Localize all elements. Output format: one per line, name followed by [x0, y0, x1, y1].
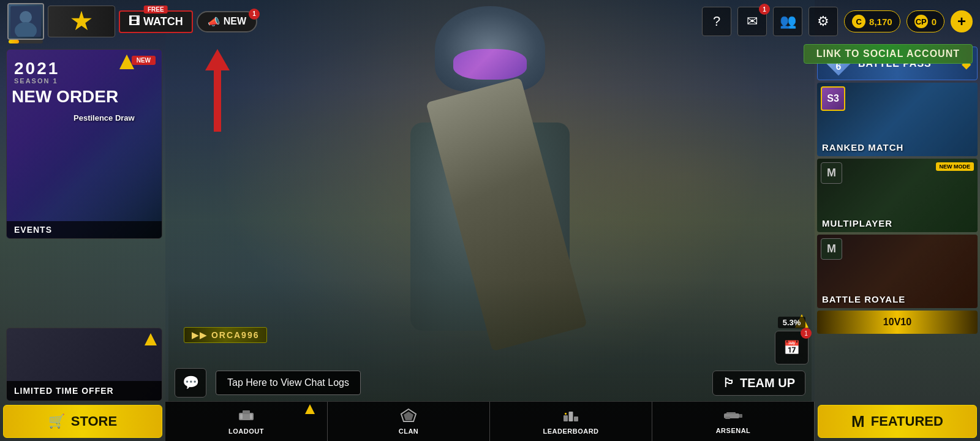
currency-c-button[interactable]: C 8,170: [844, 10, 900, 32]
envelope-icon: ✉: [747, 13, 758, 29]
watch-label: WATCH: [143, 15, 183, 28]
soldier-visor: [453, 49, 527, 80]
svg-rect-9: [564, 415, 568, 421]
svg-rect-5: [240, 414, 243, 419]
orca-sign: ▶▶ ORCA996: [184, 327, 267, 343]
chat-logs-tooltip[interactable]: Tap Here to View Chat Logs: [216, 371, 361, 395]
ranked-match-label: RANKED MATCH: [822, 142, 903, 153]
events-background: NEW 2021 SEASON 1 NEW ORDER EVENTS: [7, 50, 162, 238]
events-label: EVENTS: [7, 221, 162, 238]
people-icon: 👥: [780, 13, 796, 29]
top-bar: FREE 🎞 WATCH 📣 NEW 1 ? ✉ 1 👥 ⚙ C: [0, 0, 980, 43]
clan-label: CLAN: [399, 428, 419, 435]
player-avatar[interactable]: [7, 3, 44, 40]
offer-warning-icon: [145, 333, 157, 345]
svg-rect-16: [725, 417, 730, 419]
multiplayer-bg: M NEW MODE MULTIPLAYER: [817, 159, 978, 232]
download-percentage: 5.3%: [778, 317, 806, 328]
cart-icon: 🛒: [48, 413, 65, 429]
bp-level-display[interactable]: [48, 6, 115, 37]
chat-button[interactable]: 💬: [175, 368, 206, 398]
left-panel: NEW 2021 SEASON 1 NEW ORDER EVENTS LIMIT…: [0, 0, 165, 441]
events-title: NEW ORDER: [12, 88, 157, 107]
currency-c-symbol: C: [856, 17, 861, 26]
watch-button[interactable]: FREE 🎞 WATCH: [119, 10, 193, 33]
royale-m-icon: M: [821, 238, 842, 260]
multiplayer-label: MULTIPLAYER: [822, 218, 892, 228]
right-panel: TIER 6 BATTLE PASS ◆ S3 RANKED MATCH M N…: [815, 0, 980, 441]
svg-point-1: [20, 11, 32, 23]
free-badge: FREE: [144, 6, 168, 13]
avatar-image: [9, 4, 43, 39]
add-currency-button[interactable]: +: [951, 10, 973, 32]
team-up-label: TEAM UP: [740, 376, 795, 390]
leaderboard-label: LEADERBOARD: [543, 428, 598, 435]
chat-icon: 💬: [183, 375, 199, 391]
help-icon: ?: [713, 13, 720, 29]
mail-notification-badge: 1: [759, 4, 770, 15]
featured-button[interactable]: M FEATURED: [818, 405, 977, 438]
flag-icon: 🏳: [723, 376, 735, 390]
chat-area: 💬 Tap Here to View Chat Logs 🏳 TEAM UP: [165, 364, 815, 401]
pestilence-draw-label: Pestilence Draw: [74, 113, 135, 123]
clan-button[interactable]: CLAN: [328, 402, 490, 441]
xp-bar-container: [9, 40, 43, 43]
loadout-warning-icon: [305, 404, 315, 414]
arrow-indicator: [205, 49, 230, 132]
gear-icon: ⚙: [817, 13, 829, 29]
ranked-match-card[interactable]: S3 RANKED MATCH: [817, 83, 978, 156]
currency-c-amount: 8,170: [869, 17, 892, 27]
featured-label: FEATURED: [871, 413, 943, 429]
team-up-button[interactable]: 🏳 TEAM UP: [712, 371, 805, 396]
loadout-label: LOADOUT: [228, 428, 264, 435]
film-icon: 🎞: [129, 15, 140, 28]
svg-rect-11: [574, 417, 578, 421]
svg-marker-8: [404, 412, 413, 420]
store-button[interactable]: 🛒 STORE: [3, 405, 162, 438]
download-button[interactable]: 📅 1: [775, 331, 809, 364]
ranked-bg: S3 RANKED MATCH: [817, 83, 978, 156]
multiplayer-card[interactable]: M NEW MODE MULTIPLAYER: [817, 159, 978, 232]
social-link-banner[interactable]: LINK TO SOCIAL ACCOUNT: [804, 44, 973, 64]
currency-cp-symbol: CP: [916, 17, 927, 26]
loadout-button[interactable]: LOADOUT: [165, 402, 328, 441]
ranked-s3-badge: S3: [821, 86, 845, 111]
social-link-label: LINK TO SOCIAL ACCOUNT: [816, 48, 960, 59]
events-year: 2021: [14, 59, 59, 78]
arsenal-button[interactable]: ARSENAL: [652, 402, 815, 441]
new-notification-badge: 1: [249, 9, 260, 20]
svg-rect-6: [250, 414, 252, 419]
royale-bg: M BATTLE ROYALE: [817, 235, 978, 308]
leaderboard-button[interactable]: LEADERBOARD: [490, 402, 652, 441]
featured-m-icon: M: [851, 412, 865, 431]
currency-c-icon: C: [852, 15, 865, 28]
download-area: 5.3% 📅 1: [775, 317, 809, 364]
clan-icon: [400, 408, 417, 426]
currency-cp-button[interactable]: CP 0: [907, 10, 944, 32]
help-button[interactable]: ?: [702, 7, 731, 36]
new-label: NEW: [224, 16, 246, 27]
tenvten-label: 10v10: [883, 317, 911, 328]
xp-bar-fill: [9, 40, 19, 43]
settings-button[interactable]: ⚙: [809, 7, 838, 36]
arrow-up-icon: [205, 49, 230, 70]
download-notification-badge: 1: [801, 328, 812, 339]
chat-logs-label: Tap Here to View Chat Logs: [227, 377, 349, 388]
svg-rect-15: [739, 414, 742, 418]
events-new-badge: NEW: [132, 56, 156, 65]
events-season: SEASON 1: [14, 77, 58, 85]
events-card[interactable]: NEW 2021 SEASON 1 NEW ORDER EVENTS: [6, 49, 162, 239]
mail-button[interactable]: ✉ 1: [737, 7, 767, 36]
bottom-navigation: LOADOUT CLAN LEADERBOARD: [165, 401, 815, 441]
plus-icon: +: [957, 13, 966, 30]
limited-time-offer-card[interactable]: LIMITED TIME OFFER: [6, 328, 162, 401]
leaderboard-icon: [562, 408, 579, 426]
battle-royale-card[interactable]: M BATTLE ROYALE: [817, 235, 978, 308]
tenvten-button[interactable]: 10v10: [817, 311, 978, 334]
friends-button[interactable]: 👥: [773, 7, 802, 36]
limited-offer-label: LIMITED TIME OFFER: [7, 381, 162, 401]
top-right-actions: ? ✉ 1 👥 ⚙ C 8,170 CP 0: [702, 7, 973, 36]
new-button[interactable]: 📣 NEW 1: [197, 11, 257, 32]
currency-cp-icon: CP: [914, 15, 928, 28]
store-label: STORE: [71, 413, 117, 429]
